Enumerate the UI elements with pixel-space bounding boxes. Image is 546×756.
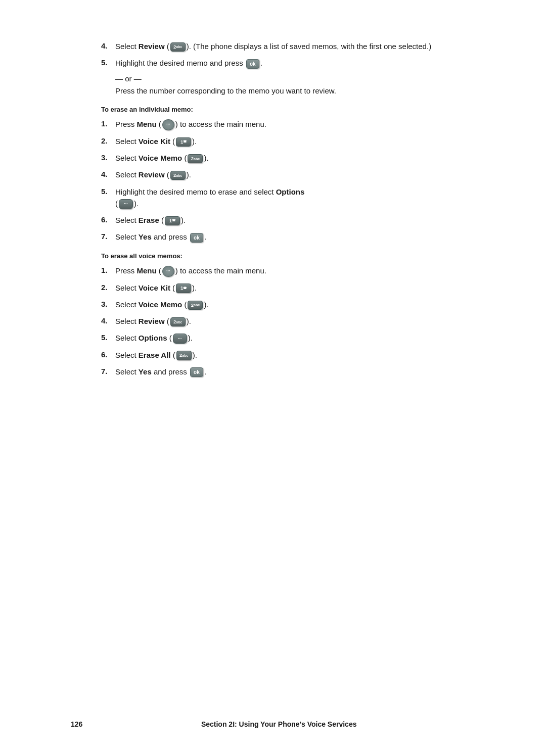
step-number: 6.	[101, 349, 115, 361]
step-number: 5.	[101, 57, 115, 69]
page-number: 126	[71, 720, 82, 728]
step-number: 4.	[101, 169, 115, 180]
section2-step-5: 5. Select Options (···).	[101, 332, 475, 344]
step-number: 7.	[101, 366, 115, 377]
section2-steps: 1. Press Menu (···) to access the main m…	[101, 265, 475, 378]
voicememo-key-icon: 2abc	[188, 301, 203, 310]
section2-step-2: 2. Select Voice Kit (1☎).	[101, 282, 475, 294]
section2-step-6: 6. Select Erase All (2abc).	[101, 349, 475, 361]
section1-step-3: 3. Select Voice Memo (2abc).	[101, 152, 475, 164]
step-number: 1.	[101, 265, 115, 276]
section1-header: To erase an individual memo:	[101, 106, 475, 113]
intro-steps: 4. Select Review (2abc). (The phone disp…	[101, 40, 475, 69]
step-content: Highlight the desired memo to erase and …	[115, 186, 475, 210]
step-number: 7.	[101, 231, 115, 243]
step-content: Select Review (2abc).	[115, 169, 475, 180]
section2-step-4: 4. Select Review (2abc).	[101, 315, 475, 327]
intro-step-4: 4. Select Review (2abc). (The phone disp…	[101, 40, 475, 52]
step-number: 1.	[101, 118, 115, 130]
review-key-icon: 2abc	[170, 317, 186, 326]
review-key-icon: 2abc	[170, 42, 186, 52]
voicememo-key-icon: 2abc	[188, 154, 203, 163]
step-content: Select Review (2abc). (The phone display…	[115, 40, 475, 52]
step-number: 3.	[101, 152, 115, 164]
step-number: 4.	[101, 40, 115, 52]
section2-header: To erase all voice memos:	[101, 252, 475, 260]
step-content: Select Erase (1☎).	[115, 214, 475, 226]
menu-key-icon: ···	[162, 119, 174, 130]
step-number: 6.	[101, 214, 115, 226]
section2-step-3: 3. Select Voice Memo (2abc).	[101, 299, 475, 310]
step-content: Select Options (···).	[115, 332, 475, 344]
ok-key-icon: ok	[246, 59, 259, 69]
step-content: Select Voice Memo (2abc).	[115, 299, 475, 310]
content-area: 4. Select Review (2abc). (The phone disp…	[101, 40, 475, 377]
voicekit-key-icon: 1☎	[176, 137, 191, 147]
menu-key-icon: ···	[162, 266, 174, 277]
section1-step-2: 2. Select Voice Kit (1☎).	[101, 135, 475, 147]
step-content: Press Menu (···) to access the main menu…	[115, 118, 475, 130]
section1-step-1: 1. Press Menu (···) to access the main m…	[101, 118, 475, 130]
step-number: 3.	[101, 299, 115, 310]
section1-step-5: 5. Highlight the desired memo to erase a…	[101, 186, 475, 210]
ok-key-icon: ok	[190, 367, 203, 377]
step-number: 2.	[101, 135, 115, 147]
step-number: 5.	[101, 186, 115, 198]
sub-text: Press the number corresponding to the me…	[115, 85, 475, 97]
step-content: Press Menu (···) to access the main menu…	[115, 265, 475, 277]
step-content: Select Erase All (2abc).	[115, 349, 475, 361]
voicekit-key-icon: 1☎	[176, 284, 191, 293]
step-content: Select Voice Memo (2abc).	[115, 152, 475, 164]
section1-steps: 1. Press Menu (···) to access the main m…	[101, 118, 475, 243]
step-number: 5.	[101, 332, 115, 344]
page: 4. Select Review (2abc). (The phone disp…	[0, 0, 546, 756]
erase-key-icon: 1☎	[165, 216, 180, 225]
step-content: Select Yes and press ok.	[115, 366, 475, 377]
section1-step-4: 4. Select Review (2abc).	[101, 169, 475, 180]
section2-step-1: 1. Press Menu (···) to access the main m…	[101, 265, 475, 277]
options-key-icon: ···	[173, 334, 187, 344]
step-content: Select Yes and press ok.	[115, 231, 475, 243]
step-content: Highlight the desired memo and press ok.	[115, 57, 475, 69]
step-number: 4.	[101, 315, 115, 327]
step-content: Select Voice Kit (1☎).	[115, 282, 475, 294]
footer-section-title: Section 2I: Using Your Phone's Voice Ser…	[82, 720, 475, 728]
step-content: Select Review (2abc).	[115, 315, 475, 327]
options-key-icon: ···	[119, 199, 133, 209]
section2-step-7: 7. Select Yes and press ok.	[101, 366, 475, 377]
or-divider: — or —	[115, 74, 475, 83]
section1-step-6: 6. Select Erase (1☎).	[101, 214, 475, 226]
step-content: Select Voice Kit (1☎).	[115, 135, 475, 147]
page-footer: 126 Section 2I: Using Your Phone's Voice…	[0, 720, 546, 728]
ok-key-icon: ok	[190, 233, 203, 243]
intro-step-5: 5. Highlight the desired memo and press …	[101, 57, 475, 69]
section1-step-7: 7. Select Yes and press ok.	[101, 231, 475, 243]
eraseall-key-icon: 2abc	[176, 351, 192, 360]
review-key-icon: 2abc	[170, 171, 186, 180]
step-number: 2.	[101, 282, 115, 294]
